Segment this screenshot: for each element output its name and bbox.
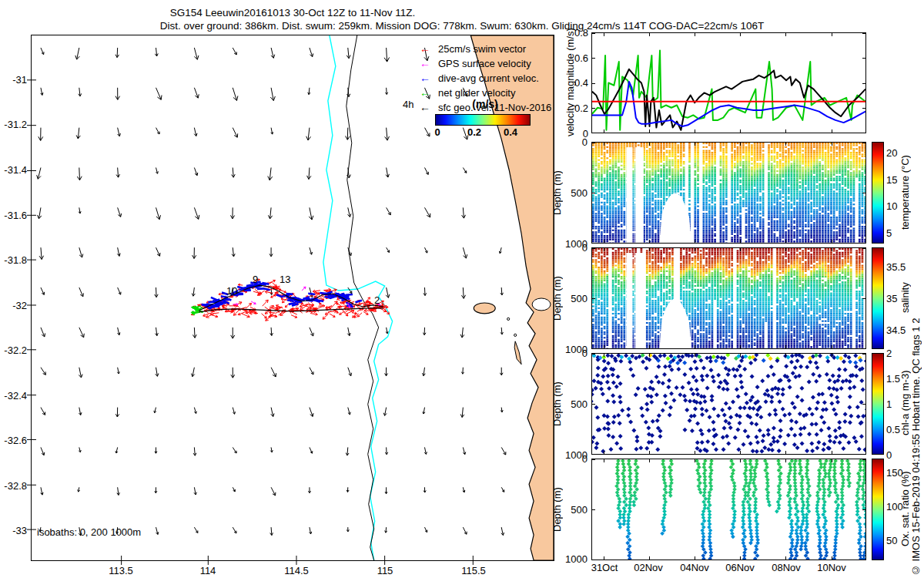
depth-tick: 0 <box>565 348 588 359</box>
map-colorbar-tick: 0 <box>430 126 445 138</box>
map-colorbar-title: (m/s) <box>450 98 520 110</box>
depth-tick: 500 <box>565 398 588 410</box>
figure-subtitle: Dist. over ground: 386km. Dist. swum: 25… <box>0 20 924 32</box>
map-y-tick: -32 <box>2 300 27 311</box>
coastal-lagoon <box>532 298 551 311</box>
track-dive-label: 9 <box>253 274 258 285</box>
temperature-cbar-label: temperature (°C) <box>899 148 911 237</box>
legend-label: GPS surface velocity <box>438 58 531 69</box>
date-tick: 31Oct <box>588 562 621 573</box>
chl-cbar-tick: 0 <box>886 449 892 461</box>
depth-tick: 500 <box>565 293 588 304</box>
islet <box>514 334 517 336</box>
temp-cbar-tick: 5 <box>886 227 892 239</box>
date-tick: 06Nov <box>723 562 757 573</box>
map-axis-ticks <box>27 80 473 565</box>
map-y-tick: -31.8 <box>2 254 27 266</box>
oxygen-depth-label: Depth (m) <box>551 472 563 546</box>
salinity-panel <box>591 247 866 349</box>
track-dive-label: 13 <box>280 274 290 285</box>
legend-item: ←GPS surface velocity <box>420 57 531 69</box>
map-colorbar-tick: 0.2 <box>463 126 486 138</box>
salinity-heatmap <box>592 248 865 348</box>
map-y-tick: -32.4 <box>2 390 27 402</box>
glider-track-cluster <box>191 279 389 321</box>
salinity-cbar-label: salinity <box>899 274 911 321</box>
map-y-tick: -31.6 <box>2 210 27 221</box>
oxy-cbar-tick: 50 <box>886 535 897 546</box>
map-colorbar-tick: 0.4 <box>499 126 522 138</box>
chl-scatter <box>592 354 865 454</box>
map-y-tick: -32.2 <box>2 344 27 356</box>
velocity-y-tick: 0.2 <box>571 102 588 114</box>
date-tick: 10Nov <box>815 562 849 573</box>
oxygen-cbar-label: Ox. sat. ratio (%) <box>899 465 911 552</box>
chl-panel <box>591 353 866 455</box>
chl-cbar-tick: 1 <box>886 398 892 410</box>
net-glider-velocity-arrow-icon: ← <box>420 86 438 99</box>
gps-velocity-arrow-icon: ← <box>420 57 438 69</box>
temp-cbar-tick: 10 <box>886 200 897 212</box>
temp-cbar-tick: 15 <box>886 174 897 186</box>
velocity-chart <box>592 33 865 133</box>
depth-tick: 0 <box>565 242 588 254</box>
map-x-tick: 113.5 <box>105 565 136 576</box>
depth-tick: 1000 <box>565 553 588 565</box>
chl-cbar-label: chl-a (mg m-3) <box>899 362 911 444</box>
map-x-tick: 114 <box>192 565 223 576</box>
legend-item: ←net glider velocity <box>420 86 515 99</box>
legend-time-scale: 4h <box>403 99 413 110</box>
temperature-heatmap <box>592 143 865 243</box>
dive-avg-current-arrow-icon: ← <box>420 72 438 84</box>
depth-tick: 500 <box>565 187 588 199</box>
swim-vector-arrow-icon: ← <box>420 42 438 55</box>
date-tick: 04Nov <box>678 562 711 573</box>
map-y-tick: -33 <box>2 525 27 536</box>
islet <box>507 318 510 320</box>
temperature-depth-label: Depth (m) <box>551 156 563 230</box>
map-x-tick: 114.5 <box>281 565 312 576</box>
salinity-colorbar <box>872 247 884 349</box>
track-dive-label: 2 <box>374 294 380 306</box>
temp-cbar-tick: 20 <box>886 147 897 159</box>
imos-credit: © IMOS 15-Feb-2019 04:19:55 Hobart time.… <box>910 281 922 576</box>
sal-cbar-tick: 35 <box>886 293 897 304</box>
map-y-tick: -32.8 <box>2 480 27 492</box>
map-y-tick: -31 <box>2 74 27 86</box>
figure-title: SG154 Leeuwin20161013 30-Oct 12Z to 11-N… <box>31 7 554 18</box>
oxygen-colorbar <box>872 459 884 560</box>
map-y-tick: -31.4 <box>2 164 27 176</box>
depth-tick: 0 <box>565 453 588 465</box>
map-y-tick: -31.2 <box>2 119 27 130</box>
sfc-geo-vel-arrow-icon: ← <box>420 101 438 113</box>
sal-cbar-tick: 34.5 <box>886 324 906 336</box>
chl-cbar-tick: 2 <box>886 348 892 359</box>
isobaths-note: isobaths: 0, 200 1000m <box>37 526 141 538</box>
legend-label: net glider velocity <box>438 87 515 99</box>
map-x-tick: 115.5 <box>458 565 489 576</box>
map-colorbar <box>435 114 531 126</box>
sal-cbar-tick: 35.5 <box>886 261 906 273</box>
chl-colorbar <box>872 353 884 455</box>
chl-cbar-tick: 0.5 <box>886 424 900 435</box>
date-tick: 02Nov <box>631 562 665 573</box>
salinity-depth-label: Depth (m) <box>551 261 563 335</box>
velocity-y-tick: 0.4 <box>571 77 588 89</box>
glider-mission-figure: { "header": { "title": "SG154 Leeuwin201… <box>0 0 924 578</box>
velocity-y-tick: 0.6 <box>571 52 588 64</box>
map-y-tick: -32.6 <box>2 435 27 446</box>
oxygen-panel <box>591 459 866 560</box>
island <box>474 303 495 314</box>
temperature-colorbar <box>872 142 884 244</box>
island-narrow <box>514 341 521 365</box>
oxygen-scatter <box>592 459 865 560</box>
chl-depth-label: Depth (m) <box>551 367 563 441</box>
velocity-y-tick: 0.8 <box>571 27 588 39</box>
track-dive-label: 10 <box>226 285 237 297</box>
legend-item: ←25cm/s swim vector <box>420 42 526 55</box>
velocity-panel <box>591 32 866 133</box>
temperature-panel <box>591 142 866 244</box>
legend-label: 25cm/s swim vector <box>438 43 526 55</box>
chl-cbar-tick: 1.5 <box>886 373 900 385</box>
date-tick: 08Nov <box>769 562 803 573</box>
